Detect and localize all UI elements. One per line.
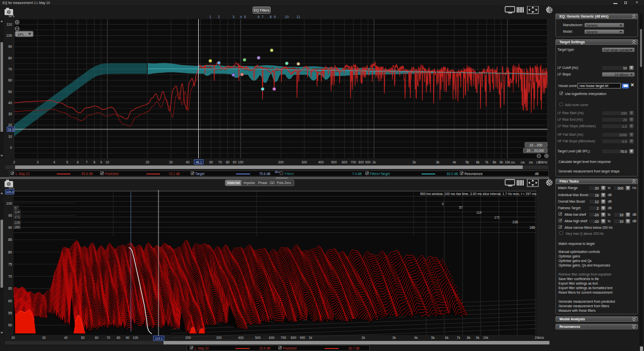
svg-text:70: 70 — [218, 160, 222, 164]
svg-text:8: 8 — [94, 160, 96, 164]
svg-text:40: 40 — [186, 160, 190, 164]
svg-text:90: 90 — [126, 336, 130, 339]
svg-text:7k: 7k — [457, 336, 461, 339]
svg-text:57: 57 — [15, 206, 19, 210]
svg-text:20: 20 — [8, 123, 12, 127]
svg-text:20kHz: 20kHz — [535, 336, 544, 339]
svg-text:0: 0 — [442, 202, 444, 206]
svg-text:7: 7 — [262, 15, 264, 19]
svg-text:48.1: 48.1 — [196, 160, 202, 164]
svg-text:3k: 3k — [392, 336, 396, 339]
svg-text:9k: 9k — [500, 160, 504, 164]
svg-text:70: 70 — [8, 275, 12, 278]
svg-text:9k: 9k — [476, 336, 480, 339]
svg-text:8: 8 — [270, 15, 272, 19]
svg-text:80: 80 — [8, 56, 12, 60]
svg-text:285: 285 — [15, 225, 20, 229]
svg-text:8k: 8k — [493, 160, 497, 164]
svg-text:13k: 13k — [520, 161, 525, 164]
svg-text:600: 600 — [269, 336, 275, 339]
svg-text:100: 100 — [238, 160, 244, 164]
svg-text:5k: 5k — [465, 160, 469, 164]
svg-text:3: 3 — [37, 160, 39, 164]
svg-text:105.0: 105.0 — [6, 191, 14, 194]
svg-text:114: 114 — [476, 211, 482, 214]
svg-text:200: 200 — [186, 336, 191, 339]
svg-text:50: 50 — [8, 90, 12, 94]
svg-text:6: 6 — [258, 15, 260, 19]
svg-text:5: 5 — [244, 15, 246, 19]
svg-text:6k: 6k — [445, 336, 449, 339]
svg-text:500: 500 — [331, 160, 337, 164]
svg-text:100: 100 — [6, 34, 12, 37]
svg-text:9: 9 — [100, 160, 102, 164]
svg-text:30: 30 — [169, 160, 173, 164]
svg-text:20 .. 20,000: 20 .. 20,000 — [527, 149, 544, 152]
svg-text:228: 228 — [513, 220, 518, 224]
svg-text:80: 80 — [8, 250, 12, 254]
svg-text:9: 9 — [274, 15, 276, 19]
svg-text:6: 6 — [77, 160, 79, 164]
svg-text:500: 500 — [255, 336, 261, 339]
svg-text:800: 800 — [291, 336, 296, 339]
svg-text:171: 171 — [15, 215, 20, 219]
svg-text:400: 400 — [318, 160, 324, 164]
svg-text:500 ms window, 100 ms rise tim: 500 ms window, 100 ms rise time, 3.00 ms… — [420, 192, 537, 196]
svg-text:57: 57 — [459, 206, 463, 209]
svg-text:2: 2 — [218, 15, 220, 19]
svg-text:2: 2 — [13, 160, 15, 164]
svg-text:100: 100 — [133, 336, 138, 339]
svg-text:7: 7 — [86, 160, 88, 164]
svg-text:171: 171 — [495, 216, 500, 219]
svg-text:4k: 4k — [453, 160, 457, 164]
svg-text:15k: 15k — [529, 161, 533, 164]
svg-text:123.1: 123.1 — [155, 337, 163, 340]
svg-text:6k: 6k — [476, 160, 480, 164]
svg-text:900: 900 — [300, 336, 305, 339]
svg-text:60: 60 — [209, 160, 213, 164]
svg-text:10: 10 — [285, 15, 289, 19]
svg-text:800: 800 — [358, 160, 364, 164]
svg-text:5: 5 — [66, 160, 68, 164]
svg-text:65: 65 — [8, 287, 12, 290]
svg-text:40: 40 — [64, 336, 68, 339]
svg-text:10: 10 — [8, 135, 12, 138]
svg-text:90: 90 — [233, 160, 237, 164]
svg-text:300: 300 — [301, 160, 307, 164]
svg-text:30: 30 — [42, 336, 46, 339]
svg-text:700: 700 — [351, 160, 356, 164]
svg-text:55: 55 — [8, 311, 12, 315]
svg-text:20: 20 — [145, 160, 149, 164]
svg-text:11: 11 — [296, 15, 300, 19]
svg-text:5k: 5k — [431, 336, 435, 339]
svg-text:75: 75 — [8, 262, 12, 266]
svg-text:3k: 3k — [436, 160, 440, 164]
svg-text:30: 30 — [8, 112, 12, 116]
svg-text:50: 50 — [8, 323, 12, 327]
svg-text:400: 400 — [238, 336, 244, 339]
svg-text:3: 3 — [232, 15, 234, 19]
svg-text:4: 4 — [53, 160, 55, 164]
svg-text:70: 70 — [8, 67, 12, 71]
svg-text:20kHz: 20kHz — [538, 160, 547, 164]
svg-text:285: 285 — [530, 226, 535, 229]
svg-text:700: 700 — [281, 336, 286, 339]
svg-text:60: 60 — [8, 299, 12, 303]
svg-text:60: 60 — [8, 78, 12, 82]
svg-text:10: 10 — [106, 160, 110, 164]
svg-text:1k: 1k — [372, 160, 376, 164]
svg-text:80: 80 — [117, 336, 121, 339]
svg-text:7k: 7k — [485, 160, 489, 164]
svg-text:80: 80 — [226, 160, 230, 164]
svg-text:900: 900 — [365, 160, 371, 164]
svg-text:110: 110 — [7, 23, 12, 26]
svg-text:85: 85 — [8, 238, 12, 241]
svg-text:8k: 8k — [467, 336, 471, 339]
svg-text:90: 90 — [8, 45, 12, 48]
svg-text:2k: 2k — [362, 336, 366, 339]
svg-text:2k: 2k — [413, 160, 417, 164]
svg-text:100: 100 — [6, 202, 12, 205]
svg-text:114: 114 — [15, 210, 20, 214]
svg-text:10k: 10k — [483, 336, 489, 339]
svg-text:60: 60 — [95, 336, 99, 339]
